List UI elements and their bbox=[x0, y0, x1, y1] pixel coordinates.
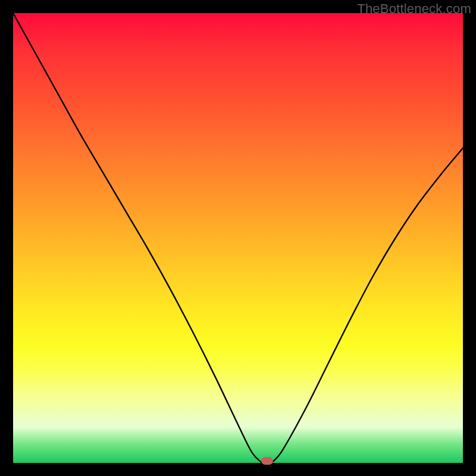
chart-frame: TheBottleneck.com bbox=[0, 0, 476, 476]
optimal-marker bbox=[261, 457, 273, 465]
plot-area bbox=[13, 13, 463, 463]
watermark-text: TheBottleneck.com bbox=[357, 1, 471, 17]
bottleneck-curve bbox=[13, 13, 463, 463]
